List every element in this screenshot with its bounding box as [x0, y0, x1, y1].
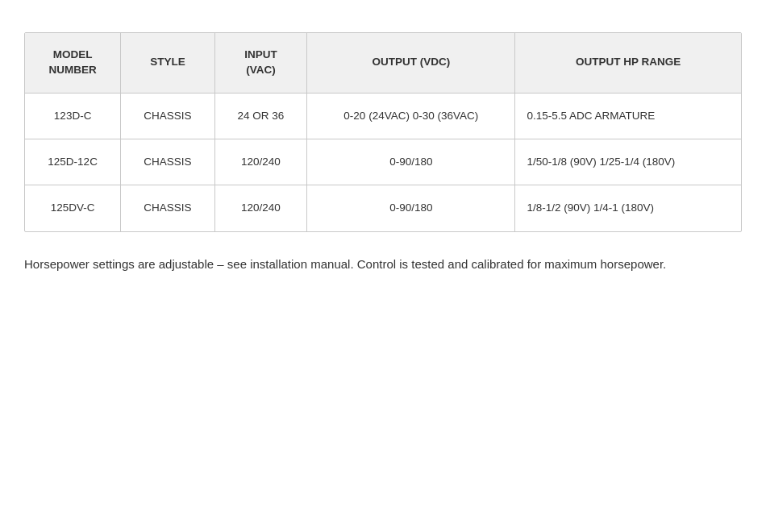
col-header-output-vdc: OUTPUT (VDC): [307, 33, 515, 93]
cell-output-vdc: 0-20 (24VAC) 0-30 (36VAC): [307, 93, 515, 139]
cell-output-vdc: 0-90/180: [307, 185, 515, 231]
col-header-model-number: MODELNUMBER: [25, 33, 121, 93]
cell-output-hp: 1/50-1/8 (90V) 1/25-1/4 (180V): [515, 139, 741, 185]
col-header-output-hp-range: OUTPUT HP RANGE: [515, 33, 741, 93]
product-table: MODELNUMBER STYLE INPUT(VAC) OUTPUT (VDC…: [25, 33, 741, 231]
cell-output-hp: 0.15-5.5 ADC ARMATURE: [515, 93, 741, 139]
product-table-wrapper: MODELNUMBER STYLE INPUT(VAC) OUTPUT (VDC…: [24, 32, 742, 232]
table-row: 125D-12CCHASSIS120/2400-90/1801/50-1/8 (…: [25, 139, 741, 185]
cell-style: CHASSIS: [121, 93, 214, 139]
table-row: 125DV-CCHASSIS120/2400-90/1801/8-1/2 (90…: [25, 185, 741, 231]
footnote-text: Horsepower settings are adjustable – see…: [24, 255, 718, 274]
cell-input: 120/240: [214, 185, 306, 231]
table-row: 123D-CCHASSIS24 OR 360-20 (24VAC) 0-30 (…: [25, 93, 741, 139]
cell-output-vdc: 0-90/180: [307, 139, 515, 185]
col-header-input-vac: INPUT(VAC): [214, 33, 306, 93]
table-header-row: MODELNUMBER STYLE INPUT(VAC) OUTPUT (VDC…: [25, 33, 741, 93]
cell-model: 125DV-C: [25, 185, 121, 231]
col-header-style: STYLE: [121, 33, 214, 93]
cell-model: 125D-12C: [25, 139, 121, 185]
cell-style: CHASSIS: [121, 139, 214, 185]
cell-input: 24 OR 36: [214, 93, 306, 139]
cell-model: 123D-C: [25, 93, 121, 139]
cell-input: 120/240: [214, 139, 306, 185]
cell-style: CHASSIS: [121, 185, 214, 231]
cell-output-hp: 1/8-1/2 (90V) 1/4-1 (180V): [515, 185, 741, 231]
